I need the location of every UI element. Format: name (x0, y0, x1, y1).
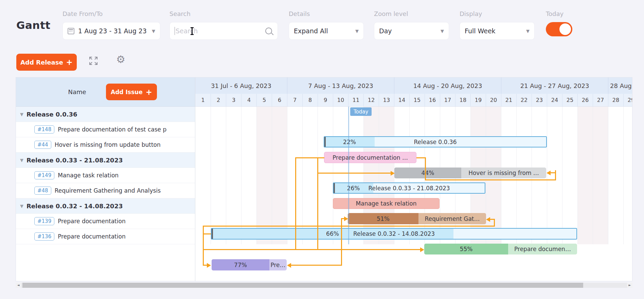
table-row[interactable]: #136Prepare documentation (16, 229, 195, 244)
search-input[interactable] (176, 27, 250, 35)
release-name: Release 0.0.36 (26, 111, 77, 118)
name-column-header: Name (55, 88, 99, 95)
gantt-bar-release-0.0.32[interactable]: 66%Release 0.0.32 - 14.08.2023 (211, 228, 577, 240)
gantt-bar-release-0.0.36[interactable]: 22%Release 0.0.36 (324, 136, 547, 147)
table-row[interactable]: #148Prepare documentation of test case p (16, 122, 195, 137)
issue-name: Prepare documentation of test case p (58, 126, 166, 133)
day-gridline (287, 107, 287, 244)
display-group: Display Full Week ▼ (460, 10, 535, 40)
day-header-cell: 15 (409, 94, 425, 106)
plus-icon: + (146, 88, 152, 96)
gantt-bar-issue-44[interactable]: 44%Hover is missing from … (394, 168, 546, 178)
zoom-level-group: Zoom level Day ▼ (374, 10, 449, 40)
issue-id-badge: #139 (34, 217, 54, 225)
day-gridline (608, 107, 608, 244)
date-range-group: Date From/To 1 Aug 23 - 31 Aug 23 ▼ (62, 10, 160, 40)
add-release-button[interactable]: Add Release + (16, 54, 77, 71)
day-header-cell: 3 (226, 94, 241, 106)
toggle-knob (559, 23, 571, 35)
issue-name: Manage task relation (58, 172, 119, 179)
scroll-right-button[interactable]: ► (627, 283, 632, 288)
day-header-cell: 28 (608, 94, 623, 106)
day-header-cell: 13 (379, 94, 394, 106)
gantt-bar-issue-136[interactable]: 77%Pre… (212, 259, 287, 270)
scrollbar-thumb[interactable] (22, 283, 583, 288)
table-row[interactable]: ▼Release 0.0.36 (16, 107, 195, 122)
dependency-arrow-icon (486, 217, 490, 222)
search-label: Search (169, 10, 278, 17)
day-gridline (577, 107, 578, 244)
issue-name: Prepare documentation (58, 233, 125, 240)
zoom-level-value: Day (379, 27, 392, 35)
display-label: Display (460, 10, 535, 17)
collapse-triangle-icon[interactable]: ▼ (20, 112, 23, 117)
table-row[interactable]: ▼Release 0.0.33 - 21.08.2023 (16, 153, 195, 168)
bar-label: Hover is missing from … (461, 168, 546, 178)
day-gridline (241, 107, 242, 244)
horizontal-scrollbar[interactable]: ◄ ► (16, 283, 632, 288)
table-row[interactable]: #44Hover is missing from update button (16, 137, 195, 153)
day-header-cell: 21 (501, 94, 516, 106)
day-header-cell: 1 (195, 94, 211, 106)
collapse-triangle-icon[interactable]: ▼ (20, 158, 23, 163)
zoom-level-dropdown[interactable]: Day ▼ (374, 22, 449, 40)
bar-label: Requirement Gat… (418, 213, 486, 224)
day-gridline (593, 107, 593, 244)
bar-resize-handle[interactable] (212, 229, 213, 239)
table-row[interactable]: ▼Release 0.0.32 - 14.08.2023 (16, 198, 195, 214)
details-dropdown[interactable]: Expand All ▼ (289, 22, 364, 40)
day-header-cell: 18 (455, 94, 470, 106)
app-title: Gantt (16, 19, 51, 31)
table-row[interactable]: #139Prepare documentation (16, 214, 195, 229)
dependency-connector (203, 249, 420, 250)
chevron-down-icon: ▼ (152, 29, 155, 34)
add-issue-button[interactable]: Add Issue + (106, 84, 157, 100)
bar-label: Prepare documen… (508, 244, 577, 254)
scroll-left-button[interactable]: ◄ (16, 283, 21, 288)
gantt-bar-release-0.0.33[interactable]: 26%Release 0.0.33 - 21.08.2023 (333, 182, 485, 194)
today-marker-line (348, 107, 349, 244)
day-header-cell: 23 (532, 94, 547, 106)
gantt-bar-issue-139[interactable]: 55%Prepare documen… (424, 244, 577, 254)
dependency-arrow-icon (207, 263, 211, 268)
search-group: Search (169, 10, 278, 40)
bar-resize-handle[interactable] (334, 183, 335, 193)
day-header-row: 1234567891011121314151617181920212223242… (195, 94, 632, 107)
gear-icon[interactable]: ⚙ (116, 54, 125, 65)
chevron-down-icon: ▼ (441, 29, 444, 34)
day-header-cell: 7 (287, 94, 302, 106)
bar-percent: 44% (394, 168, 461, 178)
issue-name: Hover is missing from update button (55, 141, 161, 148)
week-header-cell: 21 Aug - 27 Aug, 2023 (501, 77, 608, 94)
today-toggle[interactable] (546, 22, 572, 36)
fullscreen-icon[interactable] (89, 56, 98, 66)
day-header-cell: 20 (486, 94, 501, 106)
collapse-triangle-icon[interactable]: ▼ (20, 204, 23, 209)
add-release-label: Add Release (20, 59, 63, 66)
gantt-bar-issue-148[interactable]: Prepare documentation … (324, 152, 416, 163)
bar-resize-handle[interactable] (324, 137, 326, 147)
day-header-cell: 19 (470, 94, 486, 106)
day-header-cell: 6 (272, 94, 287, 106)
release-name: Release 0.0.33 - 21.08.2023 (26, 157, 123, 164)
bar-percent: 51% (348, 213, 418, 224)
date-range-dropdown[interactable]: 1 Aug 23 - 31 Aug 23 ▼ (62, 22, 160, 40)
zoom-level-label: Zoom level (374, 10, 449, 17)
display-dropdown[interactable]: Full Week ▼ (460, 22, 535, 40)
dependency-arrow-icon (344, 216, 348, 221)
dependency-connector (203, 233, 211, 234)
details-value: Expand All (294, 27, 328, 35)
bar-label: Release 0.0.33 - 21.08.2023 (334, 183, 485, 193)
table-row[interactable]: #48Requirement Gathering and Analysis (16, 183, 195, 198)
table-row[interactable]: #149Manage task relation (16, 168, 195, 183)
gantt-bar-issue-48[interactable]: 51%Requirement Gat… (348, 213, 486, 224)
day-gridline (302, 107, 303, 244)
day-header-cell: 14 (394, 94, 409, 106)
day-header-cell: 29 (623, 94, 632, 106)
date-range-value: 1 Aug 23 - 31 Aug 23 (78, 27, 147, 35)
dependency-arrow-icon (547, 171, 551, 175)
dependency-connector (317, 173, 391, 174)
day-gridline (333, 107, 333, 244)
dependency-connector (295, 157, 324, 158)
day-gridline (226, 107, 226, 244)
